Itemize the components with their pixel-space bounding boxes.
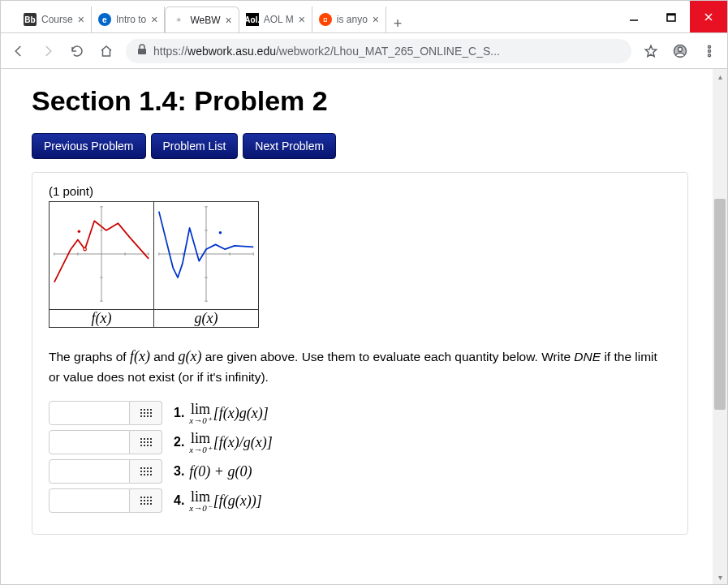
question-label: 4.limx→0⁻[f(g(x))] bbox=[174, 489, 262, 513]
answer-row-3: 3.f(0) + g(0) bbox=[49, 459, 671, 484]
graph-f-label: f(x) bbox=[50, 310, 154, 328]
reload-button[interactable] bbox=[67, 41, 87, 61]
aol-icon: Aol. bbox=[246, 13, 259, 26]
tab-aol[interactable]: Aol. AOL M × bbox=[239, 6, 312, 32]
tab-label: Intro to bbox=[116, 14, 146, 25]
answer-row-1: 1.limx→0⁺[f(x)g(x)] bbox=[49, 401, 671, 425]
graphs-table: f(x) g(x) bbox=[49, 201, 259, 328]
scroll-down-button[interactable]: ▾ bbox=[713, 570, 727, 584]
tab-label: Course bbox=[41, 14, 73, 25]
answer-row-4: 4.limx→0⁻[f(g(x))] bbox=[49, 488, 671, 513]
answer-input-2[interactable] bbox=[49, 430, 130, 454]
question-label: 2.limx→0⁺[f(x)/g(x)] bbox=[174, 431, 273, 454]
problem-box: (1 point) f(x) g(x) The graphs of f(x) a… bbox=[32, 172, 688, 535]
new-tab-button[interactable]: + bbox=[386, 15, 409, 32]
browser-titlebar: Bb Course × e Intro to × ✶ WeBW × Aol. A… bbox=[1, 1, 727, 33]
home-button[interactable] bbox=[97, 41, 116, 61]
svg-point-10 bbox=[709, 54, 711, 56]
graph-g bbox=[154, 202, 259, 310]
page-title: Section 1.4: Problem 2 bbox=[32, 85, 688, 117]
svg-point-7 bbox=[678, 47, 682, 51]
blackboard-icon: Bb bbox=[24, 13, 37, 26]
page-content: Section 1.4: Problem 2 Previous Problem … bbox=[1, 69, 713, 584]
close-icon[interactable]: × bbox=[151, 13, 157, 26]
answer-input-3[interactable] bbox=[49, 459, 130, 484]
tab-reddit[interactable]: ¤ is anyo × bbox=[312, 6, 386, 32]
scroll-thumb[interactable] bbox=[714, 199, 726, 410]
close-icon[interactable]: × bbox=[299, 13, 305, 26]
problem-nav: Previous Problem Problem List Next Probl… bbox=[32, 133, 688, 159]
forward-button bbox=[38, 41, 58, 61]
address-bar: https://webwork.asu.edu/webwork2/Lhou_MA… bbox=[1, 33, 727, 69]
menu-button[interactable] bbox=[700, 41, 719, 61]
limit-symbol: limx→0⁻ bbox=[189, 489, 211, 513]
keypad-button[interactable] bbox=[130, 401, 162, 425]
problem-list-button[interactable]: Problem List bbox=[151, 133, 239, 159]
reddit-icon: ¤ bbox=[319, 13, 332, 26]
maximize-button[interactable] bbox=[653, 1, 690, 32]
close-icon[interactable]: × bbox=[373, 13, 379, 26]
tab-strip: Bb Course × e Intro to × ✶ WeBW × Aol. A… bbox=[1, 1, 615, 32]
tab-label: is anyo bbox=[337, 14, 368, 25]
window-controls bbox=[615, 1, 727, 32]
profile-button[interactable] bbox=[670, 41, 690, 61]
answer-row-2: 2.limx→0⁺[f(x)/g(x)] bbox=[49, 430, 671, 454]
instructions: The graphs of f(x) and g(x) are given ab… bbox=[49, 346, 671, 386]
next-problem-button[interactable]: Next Problem bbox=[243, 133, 336, 159]
tab-intro[interactable]: e Intro to × bbox=[92, 6, 166, 32]
keypad-button[interactable] bbox=[130, 430, 162, 454]
svg-point-9 bbox=[709, 49, 711, 52]
url-text: https://webwork.asu.edu/webwork2/Lhou_MA… bbox=[153, 45, 620, 58]
svg-point-19 bbox=[78, 230, 80, 233]
edge-icon: e bbox=[98, 13, 111, 26]
svg-rect-5 bbox=[138, 49, 146, 54]
svg-point-29 bbox=[219, 231, 222, 234]
points-label: (1 point) bbox=[49, 184, 671, 198]
keypad-button[interactable] bbox=[130, 459, 162, 484]
question-label: 3.f(0) + g(0) bbox=[174, 463, 252, 480]
tab-label: AOL M bbox=[264, 14, 294, 25]
answer-input-4[interactable] bbox=[49, 488, 130, 513]
scrollbar[interactable]: ▴ ▾ bbox=[713, 69, 727, 584]
question-label: 1.limx→0⁺[f(x)g(x)] bbox=[174, 402, 269, 425]
lock-icon bbox=[137, 44, 147, 58]
back-button[interactable] bbox=[9, 41, 28, 61]
close-window-button[interactable] bbox=[690, 1, 727, 32]
previous-problem-button[interactable]: Previous Problem bbox=[32, 133, 146, 159]
graph-f bbox=[50, 202, 154, 310]
svg-point-8 bbox=[709, 45, 711, 48]
minimize-button[interactable] bbox=[615, 1, 653, 32]
close-icon[interactable]: × bbox=[226, 14, 232, 27]
bookmark-button[interactable] bbox=[641, 41, 661, 61]
scroll-up-button[interactable]: ▴ bbox=[713, 69, 727, 84]
keypad-button[interactable] bbox=[130, 488, 162, 513]
url-field[interactable]: https://webwork.asu.edu/webwork2/Lhou_MA… bbox=[126, 39, 631, 63]
tab-label: WeBW bbox=[190, 15, 220, 26]
webwork-icon: ✶ bbox=[172, 14, 185, 27]
tab-course[interactable]: Bb Course × bbox=[17, 6, 92, 32]
tab-webwork[interactable]: ✶ WeBW × bbox=[165, 6, 239, 32]
limit-symbol: limx→0⁺ bbox=[189, 431, 211, 454]
svg-point-20 bbox=[84, 247, 86, 250]
close-icon[interactable]: × bbox=[78, 13, 84, 26]
limit-symbol: limx→0⁺ bbox=[189, 402, 211, 425]
answer-input-1[interactable] bbox=[49, 401, 130, 425]
graph-g-label: g(x) bbox=[154, 310, 259, 328]
